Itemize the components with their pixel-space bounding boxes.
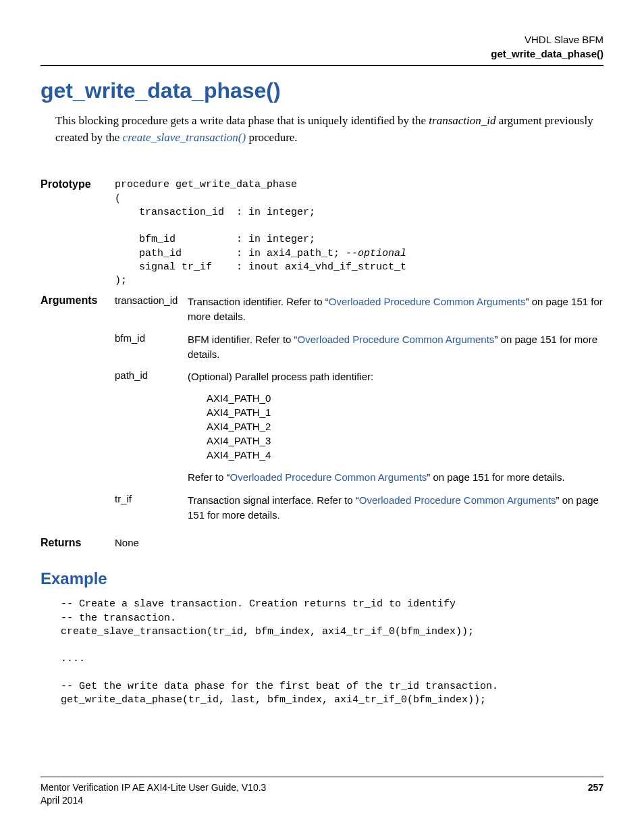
arg-row-bfm-id: bfm_id BFM identifier. Refer to “Overloa… bbox=[115, 332, 603, 362]
intro-text-post: procedure. bbox=[246, 131, 297, 144]
arg-desc-bfm-id: BFM identifier. Refer to “Overloaded Pro… bbox=[188, 332, 603, 362]
path-id-values: AXI4_PATH_0 AXI4_PATH_1 AXI4_PATH_2 AXI4… bbox=[207, 391, 603, 462]
returns-row: Returns None bbox=[41, 537, 603, 549]
arg-desc-tr-if: Transaction signal interface. Refer to “… bbox=[188, 493, 603, 523]
arg-row-transaction-id: transaction_id Transaction identifier. R… bbox=[115, 294, 603, 324]
intro-paragraph: This blocking procedure gets a write dat… bbox=[55, 113, 603, 146]
page-title: get_write_data_phase() bbox=[41, 78, 603, 103]
prototype-row: Prototype procedure get_write_data_phase… bbox=[41, 178, 603, 288]
header-topic: get_write_data_phase() bbox=[41, 47, 603, 61]
arguments-block: Arguments transaction_id Transaction ide… bbox=[41, 294, 603, 530]
returns-label: Returns bbox=[41, 537, 115, 549]
arg-link-transaction-id[interactable]: Overloaded Procedure Common Arguments bbox=[329, 296, 526, 307]
arg-link-bfm-id[interactable]: Overloaded Procedure Common Arguments bbox=[298, 334, 495, 345]
footer-left: Mentor Verification IP AE AXI4-Lite User… bbox=[41, 781, 266, 807]
example-heading: Example bbox=[41, 569, 603, 588]
arg-desc-path-id: (Optional) Parallel process path identif… bbox=[188, 369, 603, 485]
arg-name-bfm-id: bfm_id bbox=[115, 332, 188, 344]
header-section: VHDL Slave BFM bbox=[41, 32, 603, 47]
prototype-code: procedure get_write_data_phase ( transac… bbox=[115, 178, 406, 288]
arg-path-id-ref: Refer to “Overloaded Procedure Common Ar… bbox=[188, 470, 603, 485]
returns-value: None bbox=[115, 537, 188, 548]
intro-text-pre: This blocking procedure gets a write dat… bbox=[55, 114, 429, 127]
page-footer: Mentor Verification IP AE AXI4-Lite User… bbox=[41, 777, 603, 807]
arg-row-path-id: path_id (Optional) Parallel process path… bbox=[115, 369, 603, 485]
intro-link[interactable]: create_slave_transaction() bbox=[123, 131, 246, 144]
footer-page-number: 257 bbox=[588, 781, 603, 807]
footer-rule bbox=[41, 777, 603, 777]
arg-name-transaction-id: transaction_id bbox=[115, 294, 188, 306]
arg-link-tr-if[interactable]: Overloaded Procedure Common Arguments bbox=[359, 494, 556, 506]
example-code: -- Create a slave transaction. Creation … bbox=[61, 598, 603, 707]
header-rule bbox=[41, 65, 603, 66]
page-header: VHDL Slave BFM get_write_data_phase() bbox=[41, 32, 603, 61]
arg-desc-transaction-id: Transaction identifier. Refer to “Overlo… bbox=[188, 294, 603, 324]
arg-name-path-id: path_id bbox=[115, 369, 188, 381]
intro-param: transaction_id bbox=[429, 114, 495, 127]
footer-doc-title: Mentor Verification IP AE AXI4-Lite User… bbox=[41, 781, 266, 794]
footer-date: April 2014 bbox=[41, 794, 266, 807]
arg-link-path-id[interactable]: Overloaded Procedure Common Arguments bbox=[230, 471, 427, 483]
arg-row-tr-if: tr_if Transaction signal interface. Refe… bbox=[115, 493, 603, 523]
arguments-label: Arguments bbox=[41, 294, 115, 307]
arg-path-id-intro: (Optional) Parallel process path identif… bbox=[188, 369, 603, 384]
arg-name-tr-if: tr_if bbox=[115, 493, 188, 504]
prototype-label: Prototype bbox=[41, 178, 115, 190]
